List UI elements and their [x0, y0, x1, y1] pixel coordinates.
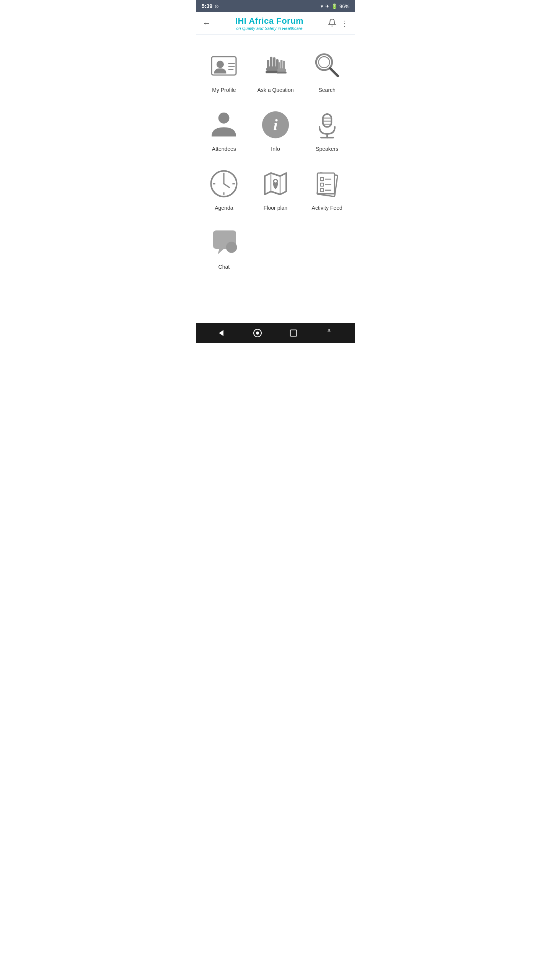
nav-accessibility-button[interactable]: [321, 325, 337, 341]
search-item[interactable]: Search: [303, 42, 351, 98]
status-time: 5:39: [202, 3, 212, 9]
svg-point-38: [274, 180, 277, 182]
speakers-icon: [310, 108, 344, 142]
chat-icon: [207, 225, 241, 260]
battery-percent: 96%: [339, 3, 349, 9]
activity-feed-icon: [310, 167, 344, 201]
app-header: ← IHI Africa Forum on Quality and Safety…: [196, 12, 355, 35]
nav-back-button[interactable]: [214, 325, 230, 341]
menu-grid: My Profile Ask a Question: [196, 35, 355, 323]
search-icon: [310, 49, 344, 83]
svg-rect-22: [323, 114, 331, 127]
chat-label: Chat: [218, 264, 230, 270]
battery-icon: 🔋: [331, 3, 337, 9]
svg-line-18: [330, 68, 338, 76]
svg-point-17: [318, 57, 329, 68]
app-subtitle: on Quality and Safety in Healthcare: [211, 26, 328, 31]
info-icon: i: [258, 108, 293, 142]
svg-rect-40: [317, 173, 334, 194]
airplane-icon: ✈: [325, 3, 329, 9]
floor-plan-item[interactable]: Floor plan: [252, 160, 300, 216]
attendees-item[interactable]: Attendees: [200, 101, 248, 157]
ask-question-label: Ask a Question: [258, 87, 294, 93]
svg-point-19: [218, 113, 230, 124]
info-label: Info: [271, 146, 280, 152]
nav-recents-button[interactable]: [286, 325, 301, 341]
svg-point-1: [217, 60, 224, 68]
chat-item[interactable]: Chat: [200, 219, 248, 274]
svg-marker-48: [219, 330, 223, 336]
attendees-label: Attendees: [212, 146, 236, 152]
notification-bell-icon[interactable]: [328, 18, 336, 29]
activity-feed-item[interactable]: Activity Feed: [303, 160, 351, 216]
svg-line-34: [224, 184, 229, 188]
ask-question-icon: [258, 49, 293, 83]
activity-feed-label: Activity Feed: [312, 205, 342, 211]
svg-text:i: i: [273, 116, 278, 134]
ask-question-item[interactable]: Ask a Question: [252, 42, 300, 98]
more-options-icon[interactable]: ⋮: [341, 19, 349, 28]
svg-point-52: [328, 329, 330, 331]
nav-home-button[interactable]: [250, 325, 265, 341]
speakers-label: Speakers: [316, 146, 338, 152]
agenda-icon: [207, 167, 241, 201]
agenda-item[interactable]: Agenda: [200, 160, 248, 216]
status-bar: 5:39 ⊙ ▾ ✈ 🔋 96%: [196, 0, 355, 12]
svg-point-47: [226, 242, 237, 253]
app-title: IHI Africa Forum: [211, 16, 328, 26]
my-profile-icon: [207, 49, 241, 83]
floor-plan-label: Floor plan: [264, 205, 287, 211]
my-profile-label: My Profile: [212, 87, 236, 93]
search-label: Search: [318, 87, 335, 93]
agenda-label: Agenda: [215, 205, 233, 211]
attendees-icon: [207, 108, 241, 142]
speakers-item[interactable]: Speakers: [303, 101, 351, 157]
header-title: IHI Africa Forum on Quality and Safety i…: [211, 16, 328, 31]
floor-plan-icon: [258, 167, 293, 201]
svg-rect-51: [290, 330, 297, 336]
svg-point-50: [256, 332, 259, 335]
signal-icon: ⊙: [215, 3, 219, 9]
my-profile-item[interactable]: My Profile: [200, 42, 248, 98]
bottom-navigation: [196, 323, 355, 343]
wifi-icon: ▾: [321, 3, 323, 9]
svg-rect-15: [277, 72, 287, 74]
info-item[interactable]: i Info: [252, 101, 300, 157]
back-button[interactable]: ←: [202, 18, 211, 28]
header-icons: ⋮: [328, 18, 349, 29]
